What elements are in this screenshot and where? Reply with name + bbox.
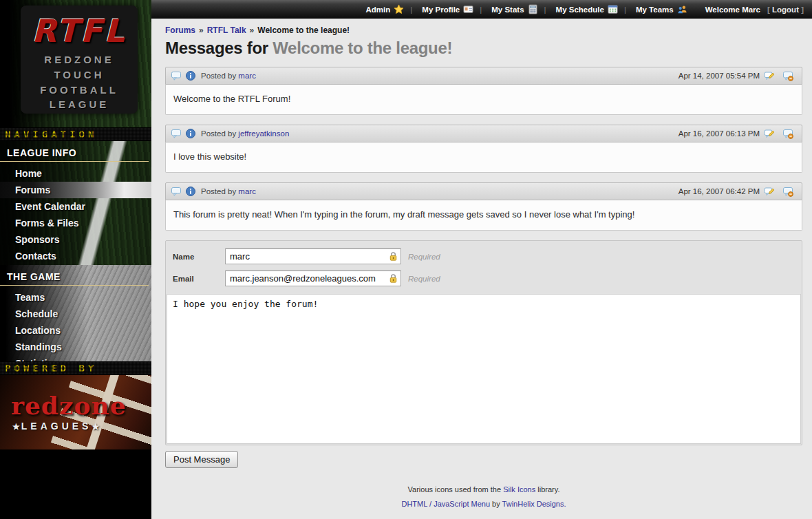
topbar-item-my-stats[interactable]: My Stats — [473, 4, 537, 14]
twinhelix-link[interactable]: TwinHelix Designs. — [502, 500, 566, 508]
group-icon — [677, 4, 687, 14]
lock-icon — [388, 251, 398, 262]
message-header: Posted by marc Apr 14, 2007 05:54 PM — [165, 67, 802, 85]
forum-content: Forums»RTFL Talk»Welcome to the league! … — [151, 19, 812, 508]
author-link[interactable]: marc — [238, 187, 256, 195]
name-row: Name Required — [173, 248, 795, 264]
breadcrumb-current: Welcome to the league! — [257, 25, 350, 35]
topbar-item-admin[interactable]: Admin — [366, 4, 405, 14]
logo-line: FOOTBALL — [21, 83, 138, 98]
my-schedule-label: My Schedule — [556, 6, 604, 14]
message-textarea[interactable]: I hope you enjoy the forum! — [167, 294, 801, 444]
admin-label: Admin — [366, 6, 391, 14]
topbar-item-my-profile[interactable]: My Profile — [404, 4, 473, 14]
sidebar-item-event-calendar[interactable]: Event Calendar — [0, 198, 151, 215]
message-post: Posted by jeffreyatkinson Apr 16, 2007 0… — [165, 125, 802, 173]
topbar-item-my-teams[interactable]: My Teams — [618, 4, 687, 14]
post-message-button[interactable]: Post Message — [165, 451, 238, 468]
comment-icon — [171, 70, 182, 81]
message-header: Posted by jeffreyatkinson Apr 16, 2007 0… — [165, 125, 802, 142]
my-teams-label: My Teams — [636, 6, 674, 14]
logo-line: REDZONE — [21, 52, 138, 67]
sidebar-item-home[interactable]: Home — [0, 165, 151, 182]
footer-text: library. — [535, 485, 559, 494]
message-post: Posted by marc Apr 16, 2007 06:42 PM Thi… — [165, 182, 802, 231]
email-row: Email Required — [173, 271, 795, 286]
star-icon — [394, 4, 404, 14]
calculator-icon — [528, 4, 538, 14]
message-date: Apr 16, 2007 06:13 PM — [679, 129, 760, 138]
posted-by-label: Posted by — [201, 187, 236, 195]
posted-by: Posted by jeffreyatkinson — [201, 129, 289, 138]
sidebar-item-forms-files[interactable]: Forms & Files — [0, 215, 151, 231]
sidebar-section-league-info: LEAGUE INFO Home Forums Event Calendar F… — [0, 141, 151, 265]
message-body: Welcome to the RTFL Forum! — [165, 85, 802, 115]
comment-icon — [171, 128, 182, 139]
author-link[interactable]: jeffreyatkinson — [238, 129, 289, 138]
calendar-icon — [608, 4, 618, 14]
breadcrumb-separator: » — [199, 25, 204, 35]
posted-by: Posted by marc — [201, 187, 256, 195]
breadcrumb-link-rtfl-talk[interactable]: RTFL Talk — [207, 25, 246, 35]
message-post: Posted by marc Apr 14, 2007 05:54 PM Wel… — [165, 67, 802, 115]
footer-text: by — [490, 500, 502, 508]
info-icon — [185, 128, 196, 139]
author-link[interactable]: marc — [238, 72, 256, 80]
logout-link[interactable]: Logout — [767, 6, 804, 14]
silk-icons-link[interactable]: Silk Icons — [503, 485, 535, 494]
navigation-strip: NAVIGATION — [0, 127, 151, 141]
page-title-topic: Welcome to the league! — [273, 39, 452, 57]
redzone-leagues-logo: redzone — [11, 393, 127, 418]
sidebar-item-schedule[interactable]: Schedule — [0, 306, 151, 322]
sidebar-section-the-game: THE GAME Teams Schedule Locations Standi… — [0, 265, 151, 361]
message-date-group: Apr 14, 2007 05:54 PM — [679, 70, 797, 81]
star-glyph: ★ — [92, 422, 100, 432]
powered-by-strip: POWERED BY — [0, 361, 151, 375]
comment-delete-icon[interactable] — [782, 70, 793, 81]
comment-edit-icon[interactable] — [764, 70, 775, 81]
message-date: Apr 14, 2007 05:54 PM — [679, 72, 760, 80]
page-title: Messages for Welcome to the league! — [165, 39, 802, 58]
powered-by-logo-area: redzone ★LEAGUES★ — [0, 375, 151, 449]
comment-icon — [171, 186, 182, 197]
sidebar-item-locations[interactable]: Locations — [0, 322, 151, 339]
email-input[interactable] — [225, 271, 401, 286]
leagues-text: LEAGUES — [21, 421, 92, 432]
posted-by: Posted by marc — [201, 72, 256, 80]
required-hint: Required — [408, 275, 440, 283]
breadcrumb: Forums»RTFL Talk»Welcome to the league! — [165, 25, 802, 35]
footer: Various icons used from the Silk Icons l… — [165, 485, 802, 508]
section-heading-league-info: LEAGUE INFO — [0, 141, 149, 162]
league-logo-area: RTFL REDZONE TOUCH FOOTBALL LEAGUE — [0, 0, 151, 127]
message-date: Apr 16, 2007 06:42 PM — [679, 187, 760, 195]
sidebar-item-contacts[interactable]: Contacts — [0, 248, 151, 264]
sidebar-item-forums[interactable]: Forums — [0, 182, 151, 198]
comment-delete-icon[interactable] — [782, 128, 793, 139]
footer-credit-icons: Various icons used from the Silk Icons l… — [165, 485, 802, 494]
message-date-group: Apr 16, 2007 06:13 PM — [679, 128, 797, 139]
logo-acronym: RTFL — [21, 15, 138, 47]
message-date-group: Apr 16, 2007 06:42 PM — [679, 186, 797, 197]
sidebar-item-teams[interactable]: Teams — [0, 289, 151, 306]
footer-credit-menu: DHTML / JavaScript Menu by TwinHelix Des… — [165, 500, 802, 508]
posted-by-label: Posted by — [201, 72, 236, 80]
my-stats-label: My Stats — [491, 6, 524, 14]
posted-by-label: Posted by — [201, 129, 236, 138]
message-body: This forum is pretty neat! When I'm typi… — [165, 200, 802, 231]
league-logo: RTFL REDZONE TOUCH FOOTBALL LEAGUE — [21, 6, 138, 114]
comment-delete-icon[interactable] — [782, 186, 793, 197]
message-header: Posted by marc Apr 16, 2007 06:42 PM — [165, 182, 802, 200]
topbar-item-my-schedule[interactable]: My Schedule — [538, 4, 618, 14]
required-hint: Required — [408, 253, 440, 261]
name-input[interactable] — [225, 248, 401, 264]
vcard-icon — [463, 4, 473, 14]
main-area: Admin My Profile My Stats My Schedule My… — [151, 0, 812, 519]
sidebar-item-sponsors[interactable]: Sponsors — [0, 231, 151, 248]
comment-edit-icon[interactable] — [764, 186, 775, 197]
comment-edit-icon[interactable] — [764, 128, 775, 139]
info-icon — [185, 186, 196, 197]
sidebar-item-standings[interactable]: Standings — [0, 339, 151, 355]
dhtml-menu-link[interactable]: DHTML / JavaScript Menu — [401, 500, 490, 508]
breadcrumb-link-forums[interactable]: Forums — [165, 25, 195, 35]
name-label: Name — [173, 253, 225, 261]
